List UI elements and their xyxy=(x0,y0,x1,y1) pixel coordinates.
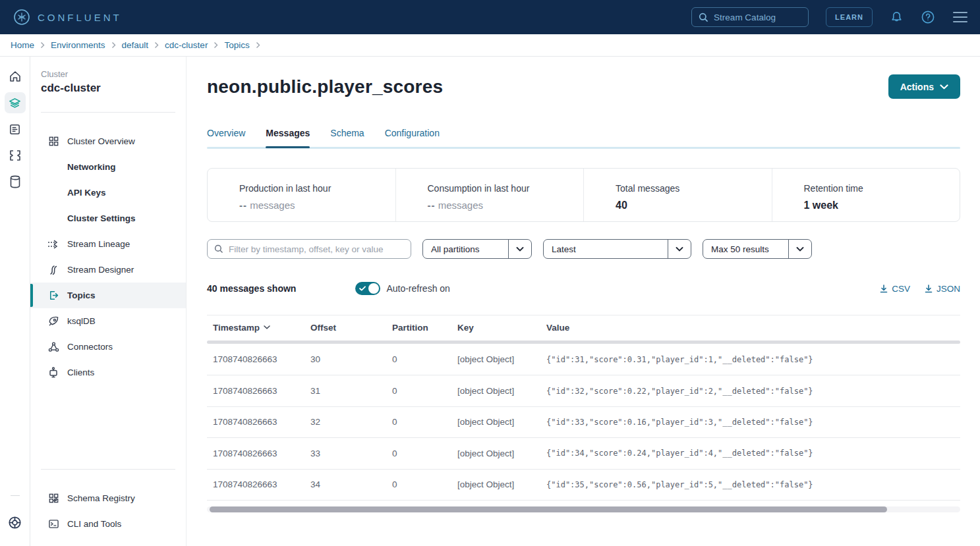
table-header: Timestamp Offset Partition Key Value xyxy=(207,315,960,339)
cluster-sidebar: Cluster cdc-cluster Cluster Overview Net… xyxy=(30,57,187,546)
environments-icon[interactable] xyxy=(5,92,26,113)
stat-total-messages: Total messages 40 xyxy=(583,169,772,221)
sidebar-item-label: Stream Lineage xyxy=(67,239,130,249)
terminal-icon xyxy=(47,519,59,529)
breadcrumb-home[interactable]: Home xyxy=(11,40,34,50)
sidebar-item-clients[interactable]: Clients xyxy=(30,360,186,385)
table-cell: 32 xyxy=(304,417,386,427)
confluent-logo[interactable]: CONFLUENT xyxy=(13,9,122,26)
table-cell: 33 xyxy=(304,449,386,458)
message-filter-input[interactable] xyxy=(229,244,404,254)
stream-catalog-search[interactable] xyxy=(691,7,809,27)
topics-icon xyxy=(47,290,59,301)
sidebar-item-label: Networking xyxy=(67,162,116,172)
breadcrumb-environments[interactable]: Environments xyxy=(51,40,105,50)
sidebar-item-label: Clients xyxy=(67,368,94,377)
column-offset: Offset xyxy=(304,323,386,333)
sidebar-item-ksqldb[interactable]: ksqlDB xyxy=(30,308,186,334)
database-icon[interactable] xyxy=(5,171,26,192)
stream-catalog-input[interactable] xyxy=(714,13,793,22)
table-cell: 0 xyxy=(386,354,451,364)
auto-refresh-label: Auto-refresh on xyxy=(386,283,450,294)
support-icon[interactable] xyxy=(5,512,26,533)
table-cell: 1708740826663 xyxy=(207,417,304,427)
message-filter-search[interactable] xyxy=(207,239,411,259)
chevron-right-icon xyxy=(214,41,218,49)
download-json-link[interactable]: JSON xyxy=(925,284,960,294)
sidebar-item-label: Schema Registry xyxy=(67,493,135,503)
sidebar-item-cluster-settings[interactable]: Cluster Settings xyxy=(30,205,186,231)
chevron-down-icon xyxy=(668,240,691,258)
download-csv-link[interactable]: CSV xyxy=(880,284,910,294)
table-row[interactable]: 1708740826663300[object Object]{"id":31,… xyxy=(207,344,960,375)
column-timestamp-sort[interactable]: Timestamp xyxy=(213,323,270,333)
table-row[interactable]: 1708740826663340[object Object]{"id":35,… xyxy=(207,469,960,500)
sidebar-item-label: Cluster Overview xyxy=(67,136,135,146)
table-row[interactable]: 1708740826663310[object Object]{"id":32,… xyxy=(207,375,960,406)
sidebar-item-networking[interactable]: Networking xyxy=(30,154,186,180)
stat-retention-time: Retention time 1 week xyxy=(772,169,960,221)
chevron-down-icon xyxy=(788,240,811,258)
table-row[interactable]: 1708740826663320[object Object]{"id":33,… xyxy=(207,406,960,437)
toggle-knob xyxy=(368,283,379,294)
sidebar-item-api-keys[interactable]: API Keys xyxy=(30,180,186,205)
tab-messages[interactable]: Messages xyxy=(266,128,310,147)
table-cell: [object Object] xyxy=(451,386,540,396)
tab-configuration[interactable]: Configuration xyxy=(385,128,440,147)
confluent-logo-icon xyxy=(13,9,30,26)
scrollbar-thumb[interactable] xyxy=(210,506,887,512)
table-row[interactable]: 1708740826663330[object Object]{"id":34,… xyxy=(207,437,960,468)
table-cell: 0 xyxy=(386,386,451,396)
breadcrumb: Home Environments default cdc-cluster To… xyxy=(0,34,980,57)
tab-schema[interactable]: Schema xyxy=(330,128,364,147)
chevron-down-icon xyxy=(264,325,270,329)
actions-button[interactable]: Actions xyxy=(888,74,960,99)
sidebar-item-topics[interactable]: Topics xyxy=(30,283,186,308)
flow-icon[interactable] xyxy=(5,145,26,166)
topic-stats-card: Production in last hour -- messages Cons… xyxy=(207,168,960,222)
table-bottom-border xyxy=(207,500,960,501)
table-cell: 0 xyxy=(386,449,451,458)
table-cell: 1708740826663 xyxy=(207,449,304,458)
sidebar-divider xyxy=(41,112,175,113)
table-cell: 30 xyxy=(304,354,386,364)
sidebar-item-schema-registry[interactable]: Schema Registry xyxy=(30,485,186,511)
grid-icon xyxy=(47,136,59,147)
sidebar-item-cluster-overview[interactable]: Cluster Overview xyxy=(30,128,186,154)
table-cell: {"id":35,"score":0.56,"player_id":5,"__d… xyxy=(540,480,960,489)
sidebar-item-label: CLI and Tools xyxy=(67,519,121,529)
sidebar-item-label: Connectors xyxy=(67,342,113,352)
main-menu-button[interactable] xyxy=(952,11,968,23)
horizontal-scrollbar xyxy=(207,506,960,512)
sidebar-item-cli-and-tools[interactable]: CLI and Tools xyxy=(30,511,186,537)
toggle-switch[interactable] xyxy=(355,282,380,295)
column-value: Value xyxy=(540,323,960,333)
sidebar-item-connectors[interactable]: Connectors xyxy=(30,334,186,360)
max-results-dropdown[interactable]: Max 50 results xyxy=(703,239,812,259)
breadcrumb-cluster[interactable]: cdc-cluster xyxy=(165,40,208,50)
page-title: neon.public.player_scores xyxy=(207,76,443,97)
sidebar-item-stream-lineage[interactable]: Stream Lineage xyxy=(30,231,186,257)
top-navbar: CONFLUENT LEARN xyxy=(0,0,980,34)
learn-button[interactable]: LEARN xyxy=(826,7,873,27)
breadcrumb-topics[interactable]: Topics xyxy=(224,40,249,50)
breadcrumb-default[interactable]: default xyxy=(122,40,149,50)
sidebar-item-stream-designer[interactable]: Stream Designer xyxy=(30,257,186,283)
offset-position-dropdown[interactable]: Latest xyxy=(543,239,691,259)
help-button[interactable] xyxy=(921,10,935,24)
auto-refresh-toggle[interactable]: Auto-refresh on xyxy=(355,282,450,295)
main-content: neon.public.player_scores Actions Overvi… xyxy=(187,57,980,546)
topic-tabs: Overview Messages Schema Configuration xyxy=(207,128,960,147)
table-cell: 34 xyxy=(304,479,386,489)
notifications-button[interactable] xyxy=(890,11,904,24)
sidebar-item-label: Cluster Settings xyxy=(67,213,136,223)
chevron-right-icon xyxy=(40,41,45,49)
sidebar-footer-divider xyxy=(41,469,175,470)
table-cell: [object Object] xyxy=(451,449,540,458)
stat-consumption: Consumption in last hour -- messages xyxy=(395,169,584,221)
tab-overview[interactable]: Overview xyxy=(207,128,245,147)
partitions-dropdown[interactable]: All partitions xyxy=(422,239,532,259)
download-icon xyxy=(925,285,933,293)
document-icon[interactable] xyxy=(5,119,26,140)
home-icon[interactable] xyxy=(5,66,26,87)
